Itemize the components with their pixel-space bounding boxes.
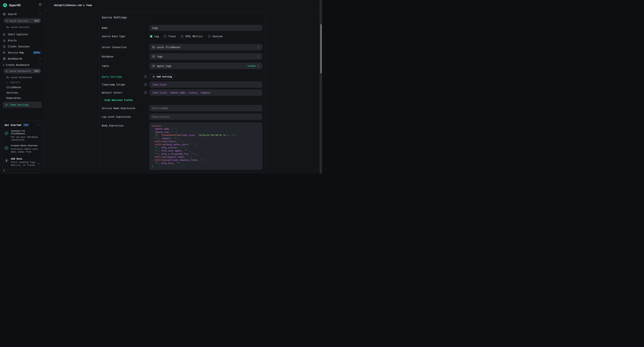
log-level-row: Log Level Expression SeverityText	[102, 114, 262, 120]
query-settings-row: Query Settings ? Add Setting	[102, 74, 262, 80]
chevron-up-icon	[39, 13, 41, 16]
preset-item-kubernetes[interactable]: Kubernetes	[6, 96, 44, 100]
name-label: Name	[102, 26, 108, 29]
create-dashboard-button[interactable]: + Create Dashboard	[3, 64, 44, 66]
saved-dashboards-input[interactable]: Saved Dashboards ⌘ K	[4, 68, 41, 74]
chevron-down-icon	[6, 82, 8, 84]
log-level-input[interactable]: SeverityText	[150, 114, 262, 120]
gear-icon	[5, 104, 8, 106]
add-setting-label: Add Setting	[156, 75, 172, 78]
shortcut-badge: ⌘ K	[34, 70, 40, 72]
server-connection-row: Server Connection Local ClickHouse	[102, 44, 262, 50]
add-setting-button[interactable]: Add Setting	[150, 74, 175, 80]
database-label: Database	[102, 55, 114, 58]
database-icon	[152, 55, 155, 58]
beta-badge: BETA	[32, 51, 41, 54]
chevron-up-icon	[39, 58, 41, 60]
service-name-label: Service Name Expression	[102, 107, 135, 110]
radio-selected-icon	[150, 35, 153, 38]
database-select[interactable]: logs	[150, 53, 262, 60]
preset-item-services[interactable]: Services	[6, 91, 44, 94]
sidebar-item-alerts[interactable]: Alerts	[0, 38, 44, 42]
radio-unselected-icon	[164, 35, 167, 38]
get-started-step-connect[interactable]: Connect to ClickHouse Set up your databa…	[4, 130, 40, 141]
server-connection-select[interactable]: Local ClickHouse	[150, 44, 262, 50]
help-circle-icon[interactable]: ?	[144, 91, 147, 94]
select-chevrons-icon	[257, 46, 260, 49]
table-row: Table nginx_logs Schema	[102, 63, 262, 69]
presets-header[interactable]: PRESETS	[6, 82, 44, 84]
database-value: logs	[157, 55, 163, 58]
get-started-step-add-data[interactable]: 3 Add Data Start sending logs, metrics, …	[4, 158, 40, 166]
sidebar-item-label: Client Sessions	[8, 45, 41, 48]
table-icon	[152, 64, 155, 67]
body-expression-label: Body Expression	[102, 124, 124, 127]
radio-session[interactable]: Session	[208, 35, 223, 38]
help-circle-icon[interactable]: ?	[144, 75, 147, 78]
main-header: dale@clickhouse.com's Team	[45, 0, 322, 10]
get-started-step-sources[interactable]: Create Data Sources Configure where your…	[4, 144, 40, 153]
source-settings-panel: Source Settings Name Logs Source Data Ty…	[99, 13, 265, 174]
radio-otel-metrics[interactable]: OTEL Metrics	[180, 35, 203, 38]
sidebar-item-search[interactable]: Search	[0, 12, 44, 16]
get-started-header[interactable]: Get Started 2/3	[4, 124, 40, 126]
sidebar-item-label: Team Settings	[10, 104, 29, 106]
preset-item-clickhouse[interactable]: ClickHouse	[6, 86, 44, 89]
source-data-type-label: Source Data Type	[102, 35, 125, 38]
presets-label: PRESETS	[10, 82, 20, 84]
sidebar-item-label: Dashboards	[8, 57, 39, 60]
schema-link[interactable]: Schema	[248, 64, 256, 67]
hide-optional-fields-link[interactable]: Hide Optional Fields	[105, 99, 262, 102]
service-name-row: Service Name Expression ServiceName	[102, 105, 262, 111]
sidebar-item-client-sessions[interactable]: Client Sessions	[0, 44, 44, 48]
timestamp-column-input[interactable]: time_local	[150, 82, 262, 88]
select-chevrons-icon	[257, 64, 260, 68]
progress-badge: 2/3	[23, 124, 29, 126]
name-row: Name Logs	[102, 25, 262, 31]
query-settings-label: Query Settings	[102, 75, 122, 78]
server-icon	[152, 46, 155, 48]
service-name-input[interactable]: ServiceName	[150, 105, 262, 111]
server-connection-value: Local ClickHouse	[157, 46, 180, 49]
hyperdx-logo-icon	[3, 3, 7, 8]
database-row: Database logs	[102, 53, 262, 60]
sidebar-item-chart-explorer[interactable]: Chart Explorer	[0, 32, 44, 36]
source-data-type-row: Source Data Type Log Trace OTEL Metrics	[102, 35, 262, 38]
get-started-title: Get Started	[4, 124, 21, 126]
help-button[interactable]: ?	[2, 168, 6, 173]
sidebar-item-team-settings[interactable]: Team Settings	[3, 102, 42, 108]
page-title: Source Settings	[102, 16, 262, 19]
shortcut-badge: ⌘ K	[34, 19, 40, 22]
radio-unselected-icon	[208, 35, 211, 38]
saved-searches-input[interactable]: Saved Searches ⌘ K	[4, 18, 41, 23]
dashboards-grid-icon	[3, 57, 6, 60]
check-circle-icon	[4, 146, 8, 150]
main-area: dale@clickhouse.com's Team Source Settin…	[45, 0, 322, 174]
scrollbar-thumb[interactable]	[320, 24, 322, 73]
radio-log[interactable]: Log	[150, 35, 159, 38]
default-select-input[interactable]: time_local, remote_addr, status, request	[150, 90, 262, 96]
sidebar-item-service-map[interactable]: Service Map BETA	[0, 50, 44, 54]
radio-trace[interactable]: Trace	[164, 35, 176, 38]
team-title: dale@clickhouse.com's Team	[54, 4, 92, 6]
saved-dashboards-placeholder: Saved Dashboards	[9, 70, 34, 72]
body-expression-editor[interactable]: concat( remote_addr, ' ', remote_user, '…	[150, 122, 262, 170]
step-number-badge: 3	[4, 159, 8, 162]
plus-circle-icon	[152, 76, 155, 78]
default-select-value: time_local, remote_addr, status, request	[152, 91, 210, 94]
step-title: Connect to ClickHouse	[11, 130, 40, 135]
sidebar-item-label: Alerts	[8, 39, 41, 42]
help-circle-icon[interactable]: ?	[144, 83, 147, 86]
log-level-label: Log Level Expression	[102, 115, 131, 118]
search-icon	[6, 20, 8, 22]
log-level-placeholder: SeverityText	[152, 115, 170, 118]
table-select[interactable]: nginx_logs Schema	[150, 63, 262, 69]
page-scrollbar[interactable]	[320, 0, 322, 174]
laptop-icon	[3, 45, 6, 48]
sidebar-collapse-icon[interactable]	[39, 3, 42, 6]
sidebar-item-dashboards[interactable]: Dashboards	[0, 57, 44, 61]
bell-icon	[3, 39, 6, 42]
sidebar-item-label: Search	[8, 13, 39, 16]
service-name-placeholder: ServiceName	[152, 107, 168, 110]
name-input[interactable]: Logs	[150, 25, 262, 31]
